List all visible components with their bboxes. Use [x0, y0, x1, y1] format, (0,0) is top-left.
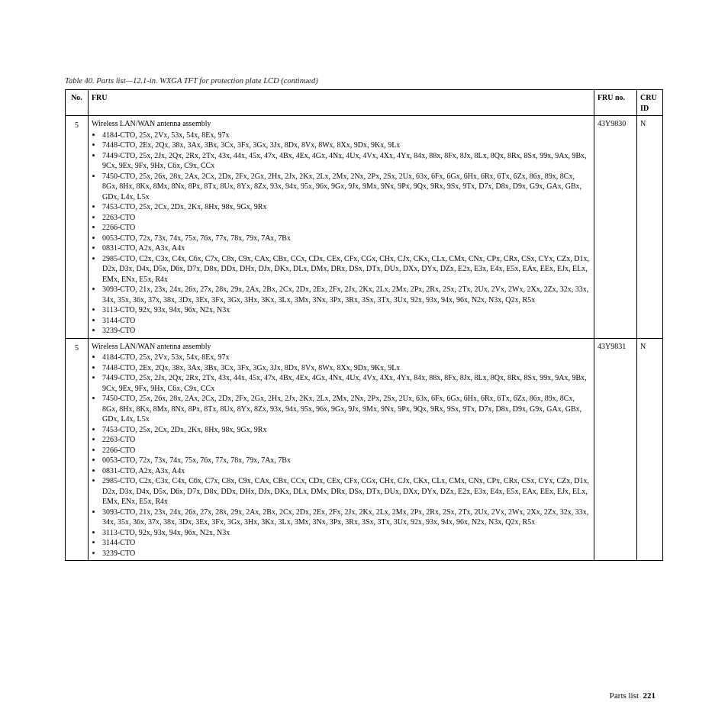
col-header-fru: FRU — [89, 90, 594, 116]
fru-list-item: 3093-CTO, 21x, 23x, 24x, 26x, 27x, 28x, … — [102, 507, 591, 527]
fru-list-item: 3113-CTO, 92x, 93x, 94x, 96x, N2x, N3x — [102, 304, 591, 315]
cell-fru: Wireless LAN/WAN antenna assembly4184-CT… — [89, 338, 594, 561]
fru-list-item: 2263-CTO — [102, 434, 591, 445]
fru-list-item: 3239-CTO — [102, 548, 591, 559]
fru-list-item: 7450-CTO, 25x, 26x, 28x, 2Ax, 2Cx, 2Dx, … — [102, 393, 591, 424]
fru-list-item: 0053-CTO, 72x, 73x, 74x, 75x, 76x, 77x, … — [102, 455, 591, 465]
fru-list-item: 7453-CTO, 25x, 2Cx, 2Dx, 2Kx, 8Hx, 98x, … — [102, 201, 591, 212]
fru-title: Wireless LAN/WAN antenna assembly — [92, 341, 591, 352]
cell-cruid: N — [637, 116, 663, 339]
fru-list-item: 7448-CTO, 2Ex, 2Qx, 38x, 3Ax, 3Bx, 3Cx, … — [102, 140, 591, 150]
footer-page-number: 221 — [643, 691, 656, 700]
fru-list-item: 0053-CTO, 72x, 73x, 74x, 75x, 76x, 77x, … — [102, 233, 591, 243]
cell-no: 5 — [66, 338, 89, 561]
fru-list-item: 2266-CTO — [102, 222, 591, 233]
parts-table: No. FRU FRU no. CRU ID 5Wireless LAN/WAN… — [65, 89, 663, 561]
fru-list-item: 7448-CTO, 2Ex, 2Qx, 38x, 3Ax, 3Bx, 3Cx, … — [102, 362, 591, 373]
fru-list-item: 3144-CTO — [102, 315, 591, 326]
fru-list-item: 0831-CTO, A2x, A3x, A4x — [102, 465, 591, 476]
cell-fruno: 43Y9831 — [594, 338, 637, 561]
cell-cruid: N — [637, 338, 663, 561]
fru-title: Wireless LAN/WAN antenna assembly — [92, 118, 591, 129]
col-header-no: No. — [66, 90, 89, 116]
fru-list-item: 2263-CTO — [102, 212, 591, 223]
fru-list-item: 2266-CTO — [102, 445, 591, 456]
cell-fru: Wireless LAN/WAN antenna assembly4184-CT… — [89, 116, 594, 339]
fru-list-item: 7449-CTO, 25x, 2Jx, 2Qx, 2Rx, 2Tx, 43x, … — [102, 372, 591, 393]
fru-list-item: 3093-CTO, 21x, 23x, 24x, 26x, 27x, 28x, … — [102, 284, 591, 304]
fru-list-item: 3144-CTO — [102, 537, 591, 548]
page-footer: Parts list 221 — [610, 691, 656, 700]
fru-list-item: 7449-CTO, 25x, 2Jx, 2Qx, 2Rx, 2Tx, 43x, … — [102, 150, 591, 171]
table-row: 5Wireless LAN/WAN antenna assembly4184-C… — [66, 116, 663, 339]
fru-list-item: 3239-CTO — [102, 325, 591, 336]
fru-list-item: 4184-CTO, 25x, 2Vx, 53x, 54x, 8Ex, 97x — [102, 352, 591, 362]
fru-list: 4184-CTO, 25x, 2Vx, 53x, 54x, 8Ex, 97x74… — [92, 130, 591, 336]
fru-list-item: 0831-CTO, A2x, A3x, A4x — [102, 243, 591, 253]
table-header-row: No. FRU FRU no. CRU ID — [66, 90, 663, 116]
fru-list-item: 4184-CTO, 25x, 2Vx, 53x, 54x, 8Ex, 97x — [102, 130, 591, 140]
cell-fruno: 43Y9830 — [594, 116, 637, 339]
footer-label: Parts list — [610, 691, 639, 700]
fru-list-item: 7450-CTO, 25x, 26x, 28x, 2Ax, 2Cx, 2Dx, … — [102, 171, 591, 202]
document-page: Table 40. Parts list—12.1-in. WXGA TFT f… — [0, 0, 728, 561]
fru-list-item: 3113-CTO, 92x, 93x, 94x, 96x, N2x, N3x — [102, 527, 591, 538]
fru-list: 4184-CTO, 25x, 2Vx, 53x, 54x, 8Ex, 97x74… — [92, 352, 591, 558]
col-header-fruno: FRU no. — [594, 90, 637, 116]
table-row: 5Wireless LAN/WAN antenna assembly4184-C… — [66, 338, 663, 561]
cell-no: 5 — [66, 116, 89, 339]
fru-list-item: 2985-CTO, C2x, C3x, C4x, C6x, C7x, C8x, … — [102, 253, 591, 285]
fru-list-item: 2985-CTO, C2x, C3x, C4x, C6x, C7x, C8x, … — [102, 475, 591, 507]
table-caption: Table 40. Parts list—12.1-in. WXGA TFT f… — [65, 76, 663, 85]
fru-list-item: 7453-CTO, 25x, 2Cx, 2Dx, 2Kx, 8Hx, 98x, … — [102, 424, 591, 435]
col-header-cruid: CRU ID — [637, 90, 663, 116]
